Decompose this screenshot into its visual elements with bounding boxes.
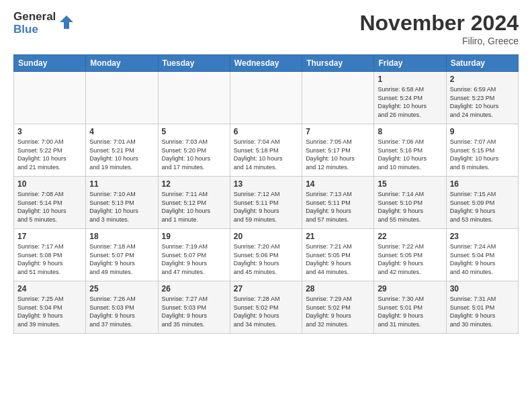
day-info: Sunrise: 7:22 AM Sunset: 5:05 PM Dayligh…	[378, 242, 442, 276]
day-info: Sunrise: 7:30 AM Sunset: 5:01 PM Dayligh…	[378, 295, 442, 328]
day-number: 5	[162, 127, 226, 136]
day-number: 13	[234, 179, 298, 189]
day-number: 9	[450, 127, 515, 136]
title-area: November 2024 Filiro, Greece	[359, 11, 519, 46]
month-title: November 2024	[359, 11, 519, 36]
day-info: Sunrise: 7:06 AM Sunset: 5:16 PM Dayligh…	[378, 138, 442, 171]
day-number: 18	[89, 232, 154, 241]
calendar-week-4: 17Sunrise: 7:17 AM Sunset: 5:08 PM Dayli…	[14, 229, 519, 281]
location: Filiro, Greece	[359, 36, 519, 46]
day-number: 30	[450, 284, 515, 293]
calendar-cell: 1Sunrise: 6:58 AM Sunset: 5:24 PM Daylig…	[374, 72, 446, 124]
calendar-cell: 12Sunrise: 7:11 AM Sunset: 5:12 PM Dayli…	[158, 177, 230, 229]
calendar-cell: 13Sunrise: 7:12 AM Sunset: 5:11 PM Dayli…	[230, 177, 302, 229]
day-info: Sunrise: 6:58 AM Sunset: 5:24 PM Dayligh…	[378, 85, 442, 119]
calendar-week-5: 24Sunrise: 7:25 AM Sunset: 5:04 PM Dayli…	[14, 281, 519, 334]
col-thursday: Thursday	[302, 55, 374, 72]
day-number: 3	[17, 127, 82, 136]
calendar-week-1: 1Sunrise: 6:58 AM Sunset: 5:24 PM Daylig…	[14, 72, 519, 124]
day-number: 24	[17, 284, 82, 293]
day-info: Sunrise: 7:03 AM Sunset: 5:20 PM Dayligh…	[162, 138, 226, 171]
logo: General Blue	[13, 11, 73, 36]
day-number: 14	[306, 179, 370, 189]
day-number: 12	[162, 179, 226, 189]
page-container: General Blue November 2024 Filiro, Greec…	[0, 0, 532, 340]
day-info: Sunrise: 7:13 AM Sunset: 5:11 PM Dayligh…	[306, 190, 370, 224]
day-info: Sunrise: 7:08 AM Sunset: 5:14 PM Dayligh…	[17, 190, 82, 224]
logo-general: General	[13, 11, 56, 24]
calendar-week-2: 3Sunrise: 7:00 AM Sunset: 5:22 PM Daylig…	[14, 124, 519, 177]
calendar-cell: 19Sunrise: 7:19 AM Sunset: 5:07 PM Dayli…	[158, 229, 230, 281]
day-info: Sunrise: 7:26 AM Sunset: 5:03 PM Dayligh…	[89, 295, 154, 328]
day-number: 26	[162, 284, 226, 293]
day-info: Sunrise: 7:24 AM Sunset: 5:04 PM Dayligh…	[450, 242, 515, 276]
calendar-cell: 22Sunrise: 7:22 AM Sunset: 5:05 PM Dayli…	[374, 229, 446, 281]
calendar-cell: 21Sunrise: 7:21 AM Sunset: 5:05 PM Dayli…	[302, 229, 374, 281]
header: General Blue November 2024 Filiro, Greec…	[13, 11, 519, 46]
calendar-cell	[230, 72, 302, 124]
day-info: Sunrise: 7:20 AM Sunset: 5:06 PM Dayligh…	[234, 242, 298, 276]
day-info: Sunrise: 7:31 AM Sunset: 5:01 PM Dayligh…	[450, 295, 515, 328]
day-info: Sunrise: 7:07 AM Sunset: 5:15 PM Dayligh…	[450, 138, 515, 171]
col-sunday: Sunday	[14, 55, 86, 72]
day-number: 7	[306, 127, 370, 136]
calendar-cell: 8Sunrise: 7:06 AM Sunset: 5:16 PM Daylig…	[374, 124, 446, 177]
day-number: 10	[17, 179, 82, 189]
calendar-cell: 23Sunrise: 7:24 AM Sunset: 5:04 PM Dayli…	[446, 229, 518, 281]
day-number: 29	[378, 284, 442, 293]
day-info: Sunrise: 7:12 AM Sunset: 5:11 PM Dayligh…	[234, 190, 298, 224]
logo-blue: Blue	[13, 24, 56, 36]
day-info: Sunrise: 7:04 AM Sunset: 5:18 PM Dayligh…	[234, 138, 298, 171]
day-number: 20	[234, 232, 298, 241]
day-number: 17	[17, 232, 82, 241]
calendar-cell: 6Sunrise: 7:04 AM Sunset: 5:18 PM Daylig…	[230, 124, 302, 177]
calendar-cell	[302, 72, 374, 124]
header-row: Sunday Monday Tuesday Wednesday Thursday…	[14, 55, 519, 72]
calendar-cell: 28Sunrise: 7:29 AM Sunset: 5:02 PM Dayli…	[302, 281, 374, 334]
calendar-cell	[86, 72, 158, 124]
day-info: Sunrise: 6:59 AM Sunset: 5:23 PM Dayligh…	[450, 85, 515, 119]
svg-marker-0	[60, 15, 73, 29]
calendar-cell: 18Sunrise: 7:18 AM Sunset: 5:07 PM Dayli…	[86, 229, 158, 281]
logo-arrow-icon	[60, 15, 73, 29]
calendar-cell: 27Sunrise: 7:28 AM Sunset: 5:02 PM Dayli…	[230, 281, 302, 334]
col-saturday: Saturday	[446, 55, 518, 72]
day-info: Sunrise: 7:11 AM Sunset: 5:12 PM Dayligh…	[162, 190, 226, 224]
calendar-cell: 7Sunrise: 7:05 AM Sunset: 5:17 PM Daylig…	[302, 124, 374, 177]
calendar-cell	[14, 72, 86, 124]
calendar-cell: 14Sunrise: 7:13 AM Sunset: 5:11 PM Dayli…	[302, 177, 374, 229]
calendar-cell: 20Sunrise: 7:20 AM Sunset: 5:06 PM Dayli…	[230, 229, 302, 281]
calendar-cell	[158, 72, 230, 124]
calendar-cell: 17Sunrise: 7:17 AM Sunset: 5:08 PM Dayli…	[14, 229, 86, 281]
col-monday: Monday	[86, 55, 158, 72]
day-info: Sunrise: 7:18 AM Sunset: 5:07 PM Dayligh…	[89, 242, 154, 276]
calendar-cell: 26Sunrise: 7:27 AM Sunset: 5:03 PM Dayli…	[158, 281, 230, 334]
calendar-cell: 2Sunrise: 6:59 AM Sunset: 5:23 PM Daylig…	[446, 72, 518, 124]
day-number: 15	[378, 179, 442, 189]
day-info: Sunrise: 7:21 AM Sunset: 5:05 PM Dayligh…	[306, 242, 370, 276]
calendar-cell: 30Sunrise: 7:31 AM Sunset: 5:01 PM Dayli…	[446, 281, 518, 334]
day-info: Sunrise: 7:05 AM Sunset: 5:17 PM Dayligh…	[306, 138, 370, 171]
day-number: 23	[450, 232, 515, 241]
day-number: 27	[234, 284, 298, 293]
day-number: 8	[378, 127, 442, 136]
day-info: Sunrise: 7:00 AM Sunset: 5:22 PM Dayligh…	[17, 138, 82, 171]
calendar-table: Sunday Monday Tuesday Wednesday Thursday…	[13, 54, 519, 334]
day-info: Sunrise: 7:27 AM Sunset: 5:03 PM Dayligh…	[162, 295, 226, 328]
day-number: 22	[378, 232, 442, 241]
day-info: Sunrise: 7:17 AM Sunset: 5:08 PM Dayligh…	[17, 242, 82, 276]
calendar-cell: 25Sunrise: 7:26 AM Sunset: 5:03 PM Dayli…	[86, 281, 158, 334]
day-info: Sunrise: 7:19 AM Sunset: 5:07 PM Dayligh…	[162, 242, 226, 276]
day-number: 19	[162, 232, 226, 241]
day-number: 11	[89, 179, 154, 189]
day-info: Sunrise: 7:29 AM Sunset: 5:02 PM Dayligh…	[306, 295, 370, 328]
calendar-cell: 3Sunrise: 7:00 AM Sunset: 5:22 PM Daylig…	[14, 124, 86, 177]
calendar-week-3: 10Sunrise: 7:08 AM Sunset: 5:14 PM Dayli…	[14, 177, 519, 229]
day-number: 1	[378, 75, 442, 84]
calendar-cell: 16Sunrise: 7:15 AM Sunset: 5:09 PM Dayli…	[446, 177, 518, 229]
day-info: Sunrise: 7:10 AM Sunset: 5:13 PM Dayligh…	[89, 190, 154, 224]
col-wednesday: Wednesday	[230, 55, 302, 72]
day-info: Sunrise: 7:01 AM Sunset: 5:21 PM Dayligh…	[89, 138, 154, 171]
day-info: Sunrise: 7:28 AM Sunset: 5:02 PM Dayligh…	[234, 295, 298, 328]
calendar-cell: 9Sunrise: 7:07 AM Sunset: 5:15 PM Daylig…	[446, 124, 518, 177]
